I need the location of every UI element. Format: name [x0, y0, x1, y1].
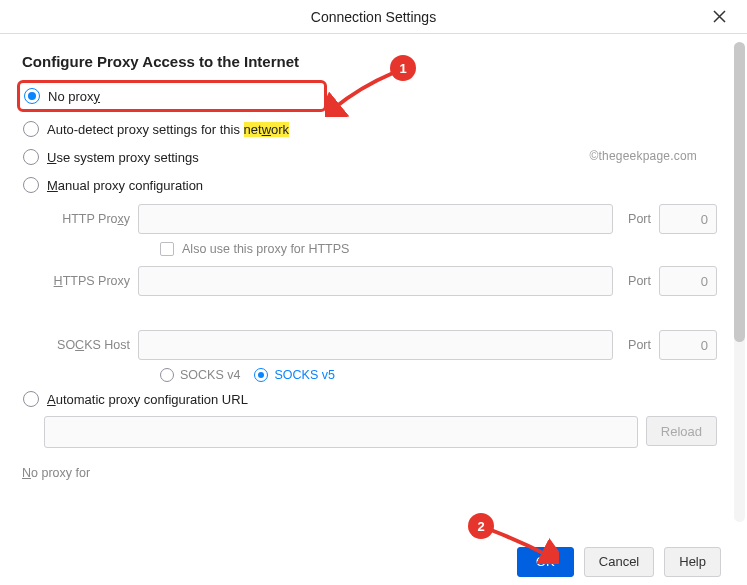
also-https-label: Also use this proxy for HTTPS: [182, 242, 349, 256]
watermark-text: ©thegeekpage.com: [590, 149, 697, 163]
socks-host-input[interactable]: [138, 330, 613, 360]
vertical-scrollbar[interactable]: [734, 42, 745, 522]
socks-port-label: Port: [621, 338, 651, 352]
socks-v4-label: SOCKS v4: [180, 368, 240, 382]
also-https-row[interactable]: Also use this proxy for HTTPS: [160, 242, 717, 256]
dialog-title: Connection Settings: [311, 9, 436, 25]
titlebar: Connection Settings: [0, 0, 747, 34]
close-icon: [713, 10, 726, 23]
manual-proxy-fields: HTTP Proxy Port 0 Also use this proxy fo…: [44, 204, 717, 382]
annotation-arrow-2: [487, 524, 559, 564]
connection-settings-dialog: Connection Settings Configure Proxy Acce…: [0, 0, 747, 585]
radio-auto-config-url[interactable]: Automatic proxy configuration URL: [22, 388, 717, 410]
socks-v5-label: SOCKS v5: [274, 368, 334, 382]
http-proxy-input[interactable]: [138, 204, 613, 234]
radio-auto-detect[interactable]: Auto-detect proxy settings for this netw…: [22, 118, 717, 140]
pac-url-row: Reload: [44, 416, 717, 448]
close-button[interactable]: [705, 2, 733, 30]
annotation-highlight-1: No proxy: [17, 80, 327, 112]
radio-no-proxy[interactable]: No proxy: [23, 85, 321, 107]
https-proxy-input[interactable]: [138, 266, 613, 296]
radio-icon: [23, 149, 39, 165]
https-port-label: Port: [621, 274, 651, 288]
radio-socks-v5[interactable]: SOCKS v5: [254, 368, 334, 382]
annotation-badge-1: 1: [390, 55, 416, 81]
radio-icon: [23, 391, 39, 407]
socks-host-row: SOCKS Host Port 0: [44, 330, 717, 360]
radio-label: No proxy: [48, 89, 100, 104]
radio-icon: [23, 121, 39, 137]
http-port-label: Port: [621, 212, 651, 226]
dialog-footer: OK Cancel Help: [0, 537, 747, 585]
https-proxy-row: HTTPS Proxy Port 0: [44, 266, 717, 296]
radio-socks-v4[interactable]: SOCKS v4: [160, 368, 240, 382]
scrollbar-thumb[interactable]: [734, 42, 745, 342]
socks-port-input[interactable]: 0: [659, 330, 717, 360]
radio-icon: [254, 368, 268, 382]
radio-label: Auto-detect proxy settings for this netw…: [47, 122, 289, 137]
radio-label: Automatic proxy configuration URL: [47, 392, 248, 407]
pac-url-input[interactable]: [44, 416, 638, 448]
socks-host-label: SOCKS Host: [44, 338, 130, 352]
also-https-checkbox[interactable]: [160, 242, 174, 256]
https-proxy-label: HTTPS Proxy: [44, 274, 130, 288]
radio-icon: [160, 368, 174, 382]
cancel-button[interactable]: Cancel: [584, 547, 654, 577]
radio-label: Use system proxy settings: [47, 150, 199, 165]
annotation-badge-2: 2: [468, 513, 494, 539]
radio-label: Manual proxy configuration: [47, 178, 203, 193]
reload-button[interactable]: Reload: [646, 416, 717, 446]
https-port-input[interactable]: 0: [659, 266, 717, 296]
radio-icon: [23, 177, 39, 193]
annotation-arrow-1: [325, 67, 399, 117]
http-port-input[interactable]: 0: [659, 204, 717, 234]
radio-icon: [24, 88, 40, 104]
help-button[interactable]: Help: [664, 547, 721, 577]
http-proxy-row: HTTP Proxy Port 0: [44, 204, 717, 234]
socks-version-row: SOCKS v4 SOCKS v5: [160, 368, 717, 382]
http-proxy-label: HTTP Proxy: [44, 212, 130, 226]
no-proxy-for-label: No proxy for: [22, 466, 717, 480]
radio-manual-proxy[interactable]: Manual proxy configuration: [22, 174, 717, 196]
